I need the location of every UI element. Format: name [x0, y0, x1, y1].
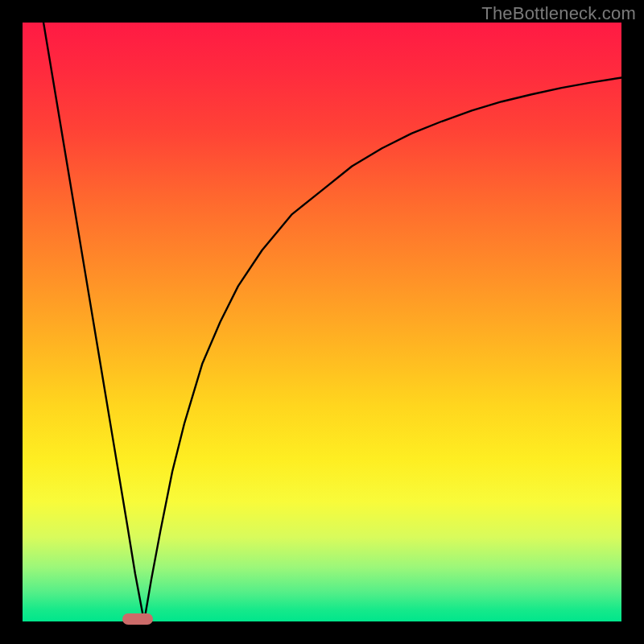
plot-area	[23, 23, 621, 621]
chart-frame: TheBottleneck.com	[0, 0, 644, 644]
watermark-text: TheBottleneck.com	[481, 3, 636, 24]
bottleneck-curve	[23, 23, 621, 621]
optimal-marker	[122, 613, 154, 625]
